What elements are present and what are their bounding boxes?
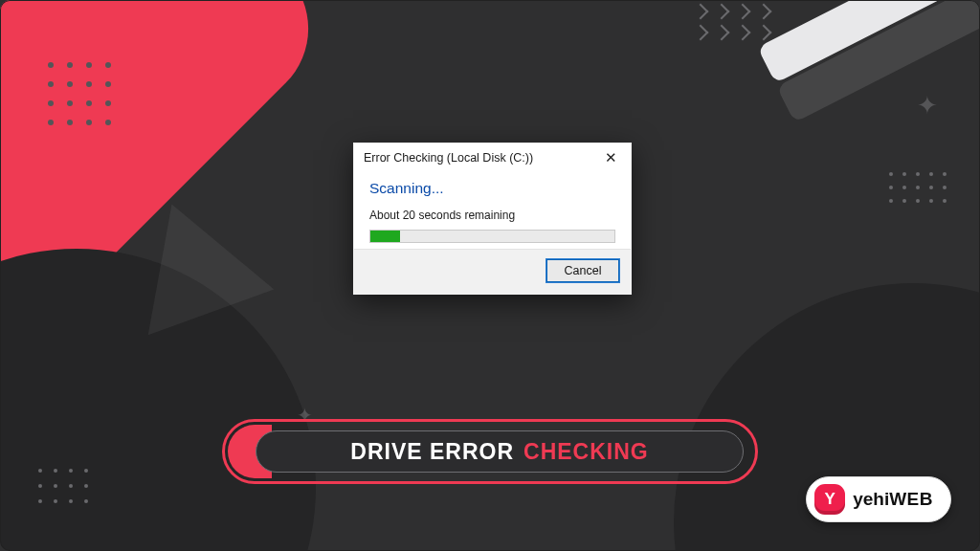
banner-text-2: CHECKING <box>523 439 649 465</box>
plus-icon: ✦ <box>917 91 938 121</box>
logo-badge: Y yehiWEB <box>806 476 951 522</box>
logo-text-1: yehi <box>853 489 889 509</box>
dot-grid-2 <box>889 172 947 203</box>
close-icon[interactable]: ✕ <box>601 149 621 166</box>
logo-text-2: WEB <box>889 489 933 509</box>
logo-text: yehiWEB <box>853 489 933 510</box>
error-checking-dialog: Error Checking (Local Disk (C:)) ✕ Scann… <box>353 143 632 295</box>
title-banner: DRIVE ERROR CHECKING <box>222 419 758 484</box>
logo-mark-icon: Y <box>814 484 845 515</box>
dialog-titlebar[interactable]: Error Checking (Local Disk (C:)) ✕ <box>354 143 631 170</box>
dialog-heading: Scanning... <box>369 180 615 197</box>
progress-bar <box>369 230 615 243</box>
banner-inner: DRIVE ERROR CHECKING <box>256 430 744 473</box>
chevron-grid <box>695 6 769 38</box>
dialog-footer: Cancel <box>354 249 631 294</box>
dot-grid-3 <box>38 469 88 503</box>
cancel-button[interactable]: Cancel <box>546 259 619 282</box>
dialog-status: About 20 seconds remaining <box>369 209 615 222</box>
progress-fill <box>370 231 400 242</box>
dialog-title: Error Checking (Local Disk (C:)) <box>364 151 533 165</box>
banner-text-1: DRIVE ERROR <box>350 439 514 465</box>
dialog-body: Scanning... About 20 seconds remaining <box>354 170 631 249</box>
dot-grid-1 <box>48 62 111 125</box>
